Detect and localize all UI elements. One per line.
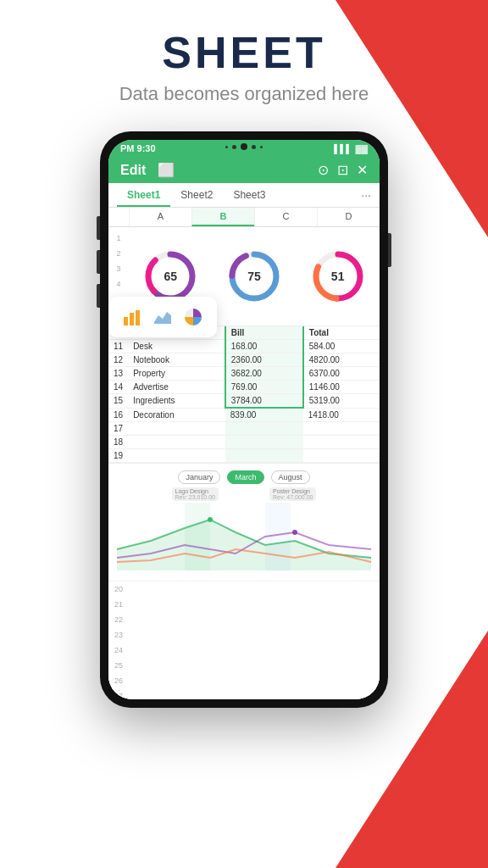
- legend-march[interactable]: March: [227, 470, 263, 484]
- silent-button: [97, 284, 100, 308]
- cell-17-bill[interactable]: [225, 422, 303, 436]
- table-row: 17: [108, 422, 380, 436]
- donut-label-2: 75: [247, 270, 261, 283]
- cell-notebook-bill[interactable]: 2360.00: [225, 353, 303, 367]
- row-num-22: 22: [108, 612, 129, 627]
- cell-desk-bill[interactable]: 168.00: [225, 340, 303, 353]
- header-area: SHEET Data becomes organized here: [0, 0, 488, 122]
- cam-dot-2: [252, 145, 256, 149]
- row-num-4: 4: [108, 276, 129, 292]
- cell-advertise-project[interactable]: Advertise: [128, 381, 225, 394]
- row-num-12: 12: [108, 353, 128, 367]
- svg-point-17: [292, 530, 297, 535]
- row-num-18: 18: [108, 436, 128, 449]
- tab-sheet2[interactable]: Sheet2: [170, 183, 223, 207]
- cell-19-total: [303, 449, 380, 463]
- legend-august[interactable]: August: [271, 470, 310, 484]
- sheet-tabs: Sheet1 Sheet2 Sheet3 ···: [108, 183, 380, 208]
- vol-down-button: [97, 250, 100, 274]
- cam-front: [241, 143, 247, 150]
- bar-chart-icon[interactable]: [117, 302, 147, 332]
- tab-sheet1[interactable]: Sheet1: [117, 183, 170, 207]
- bottom-row-nums: 20 21 22 23 24 25 26 27: [108, 581, 380, 699]
- table-row: 11 Desk 168.00 584.00: [108, 340, 380, 353]
- col-header-a[interactable]: A: [129, 208, 191, 226]
- app-title: SHEET: [0, 27, 488, 78]
- cell-desk-project[interactable]: Desk: [128, 340, 225, 353]
- data-table-area: 10 Project Bill Total 11 Desk 168.00 584…: [108, 326, 380, 463]
- chart-annotations: Logo DesignRev: 23,010.00 Poster DesignR…: [115, 487, 373, 501]
- cell-desk-total: 584.00: [303, 340, 380, 353]
- cell-advertise-total: 1146.00: [303, 381, 380, 394]
- cell-decoration-total: 1418.00: [303, 408, 380, 422]
- cell-ingredients-total: 5319.00: [303, 394, 380, 409]
- cell-decoration-bill[interactable]: 839.00: [225, 408, 303, 422]
- svg-rect-11: [136, 310, 140, 326]
- svg-rect-9: [124, 317, 128, 326]
- cell-advertise-bill[interactable]: 769.00: [225, 381, 303, 394]
- row-num-3: 3: [108, 261, 129, 276]
- cell-17-project[interactable]: [128, 422, 225, 436]
- table-row: 12 Notebook 2360.00 4820.00: [108, 353, 380, 367]
- cell-19-bill[interactable]: [225, 449, 303, 463]
- row-num-24: 24: [108, 643, 129, 658]
- area-chart-icon[interactable]: [147, 302, 178, 332]
- sheet-area: 1 2 3 4 5 6: [108, 227, 380, 699]
- search-icon[interactable]: ⊙: [318, 162, 329, 178]
- window-icon[interactable]: ⊡: [337, 162, 348, 178]
- col-header-c[interactable]: C: [254, 208, 317, 226]
- pie-chart-icon[interactable]: [178, 302, 208, 332]
- battery-icon: ▓▓: [355, 144, 368, 153]
- row-num-16: 16: [108, 408, 128, 422]
- row-num-25: 25: [108, 658, 129, 673]
- cam-dot-1: [232, 145, 236, 149]
- row-num-17: 17: [108, 422, 128, 436]
- cell-property-project[interactable]: Property: [128, 367, 225, 381]
- cell-property-bill[interactable]: 3682.00: [225, 367, 303, 381]
- donut-chart-3: 51: [311, 249, 365, 303]
- donut-label-3: 51: [331, 270, 345, 283]
- cell-ingredients-bill[interactable]: 3784.00: [225, 394, 303, 409]
- svg-point-16: [208, 517, 213, 522]
- table-row: 13 Property 3682.00 6370.00: [108, 367, 380, 381]
- more-tabs-icon[interactable]: ···: [361, 188, 371, 202]
- col-header-d[interactable]: D: [317, 208, 380, 226]
- donut-chart-2: 75: [227, 249, 281, 303]
- row-num-27: 27: [108, 688, 129, 699]
- row-num-13: 13: [108, 367, 128, 381]
- cell-17-total: [303, 422, 380, 436]
- column-headers: A B C D: [108, 208, 380, 227]
- table-row: 18: [108, 436, 380, 449]
- svg-rect-10: [130, 313, 134, 326]
- table-row: 16 Decoration 839.00 1418.00: [108, 408, 380, 422]
- camera-area: [225, 143, 263, 150]
- col-header-b[interactable]: B: [191, 208, 254, 226]
- cell-decoration-project[interactable]: Decoration: [128, 408, 225, 422]
- cell-ingredients-project[interactable]: Ingredients: [128, 394, 225, 409]
- line-chart-svg: [115, 503, 373, 570]
- row-num-header: [108, 208, 129, 226]
- close-icon[interactable]: ✕: [357, 162, 368, 178]
- row-num-19: 19: [108, 449, 128, 463]
- donut-chart-1: 65: [143, 249, 197, 303]
- status-icons: ▌▌▌ ▓▓: [334, 144, 368, 153]
- cell-18-bill[interactable]: [225, 436, 303, 449]
- cell-18-project[interactable]: [128, 436, 225, 449]
- save-icon[interactable]: ⬜: [158, 162, 175, 178]
- spreadsheet-table: 10 Project Bill Total 11 Desk 168.00 584…: [108, 326, 380, 463]
- cam-dot-3: [260, 146, 263, 148]
- label-poster-design: Poster DesignRev: 47,000.00: [269, 487, 316, 501]
- phone-screen: PM 9:30 ▌▌▌ ▓▓ Edit ⬜ ⊙ ⊡ ✕ Sheet1 Sheet…: [108, 140, 380, 699]
- label-logo-design: Logo DesignRev: 23,010.00: [172, 487, 219, 501]
- cell-19-project[interactable]: [128, 449, 225, 463]
- tab-sheet3[interactable]: Sheet3: [223, 183, 275, 207]
- power-button: [388, 233, 391, 267]
- cell-notebook-project[interactable]: Notebook: [128, 353, 225, 367]
- table-row: 14 Advertise 769.00 1146.00: [108, 381, 380, 394]
- chart-legend: January March August: [115, 470, 373, 484]
- row-num-21: 21: [108, 597, 129, 612]
- mic-dot: [225, 146, 228, 148]
- status-time: PM 9:30: [120, 143, 156, 153]
- legend-january[interactable]: January: [178, 470, 220, 484]
- cell-notebook-total: 4820.00: [303, 353, 380, 367]
